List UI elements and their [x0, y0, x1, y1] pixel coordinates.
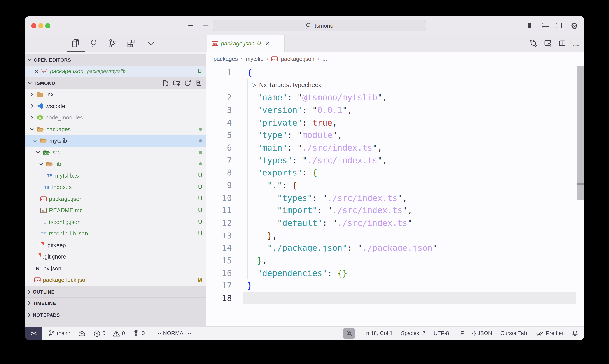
chevron-right-icon[interactable]	[29, 92, 35, 97]
tree-item-package-lock-json[interactable]: npmpackage-lock.jsonM	[25, 274, 206, 286]
more-views-chevron-icon[interactable]	[147, 41, 155, 46]
editor-group: packages›mytslib›npmpackage.json›... 1{2…	[206, 52, 584, 326]
code-editor[interactable]: 1{2 "name": "@tsmono/mytslib",3 "version…	[207, 66, 584, 326]
tree-item--gitkeep[interactable]: .gitkeep	[25, 239, 206, 251]
svg-text:js: js	[39, 117, 41, 119]
tree-item-tsconfig-lib-json[interactable]: TStsconfig.lib.jsonU	[25, 228, 206, 239]
new-file-icon[interactable]	[162, 80, 169, 87]
chevron-down-icon[interactable]	[32, 139, 38, 143]
split-editor-icon[interactable]	[558, 40, 566, 47]
status-encoding[interactable]: UTF-8	[434, 330, 449, 337]
tree-item-lib[interactable]: lib	[25, 158, 206, 170]
open-editor-entry[interactable]: × npm package.json packages/mytslib U	[25, 65, 206, 77]
traffic-light-maximize[interactable]	[45, 23, 50, 28]
open-changes-icon[interactable]	[529, 39, 537, 47]
status-formatter[interactable]: Prettier	[535, 330, 563, 337]
tree-item-src[interactable]: </>src	[25, 147, 206, 158]
section-header-outline[interactable]: OUTLINE	[25, 286, 206, 297]
open-editors-header[interactable]: OPEN EDITORS	[25, 54, 206, 65]
tree-item-package-json[interactable]: npmpackage.jsonU	[25, 193, 206, 205]
code-line-5[interactable]: "type": "module",	[247, 129, 342, 141]
tree-item-mytslib-ts[interactable]: TSmytslib.tsU	[25, 170, 206, 181]
code-line-7[interactable]: "types": "./src/index.ts",	[247, 154, 388, 166]
toggle-panel-icon[interactable]	[542, 23, 549, 28]
chevron-down-icon[interactable]	[39, 162, 44, 166]
new-folder-icon[interactable]	[173, 80, 180, 86]
section-header-timeline[interactable]: TIMELINE	[25, 297, 206, 309]
breadcrumb-item[interactable]: mytslib	[246, 56, 263, 62]
code-line-6[interactable]: "main": "./src/index.ts",	[247, 141, 382, 154]
nav-back-icon[interactable]: ←	[187, 20, 194, 29]
collapse-all-icon[interactable]	[195, 80, 202, 87]
status-zoom-control[interactable]	[343, 328, 355, 339]
tree-item-nx-json[interactable]: Nnx.json	[25, 262, 206, 274]
toggle-sidebar-icon[interactable]	[528, 23, 535, 28]
extensions-icon[interactable]	[127, 39, 135, 48]
chevron-right-icon[interactable]	[29, 116, 35, 120]
code-line-10[interactable]: "types": "./src/index.ts",	[247, 191, 407, 204]
code-line-1[interactable]: {	[247, 66, 252, 78]
tree-item-tsconfig-json[interactable]: TStsconfig.jsonU	[25, 216, 206, 228]
codelens-nx-targets[interactable]: ▷Nx Targets: typecheck	[252, 78, 321, 91]
status-git-branch[interactable]: main*	[48, 330, 71, 337]
source-control-icon[interactable]	[108, 39, 116, 48]
status-feedback[interactable]: 0	[132, 330, 145, 337]
traffic-light-minimize[interactable]	[38, 23, 43, 28]
tree-item-packages[interactable]: packages	[25, 123, 206, 135]
tab-package-json[interactable]: npm package.json U ×	[207, 35, 285, 52]
chevron-down-icon[interactable]	[35, 151, 41, 154]
status-sync[interactable]	[78, 330, 86, 337]
tree-item-mytslib[interactable]: mytslib	[25, 135, 206, 147]
tab-close-icon[interactable]: ×	[265, 39, 269, 47]
section-header-notepads[interactable]: NOTEPADS	[25, 309, 206, 321]
status-indentation[interactable]: Spaces: 2	[401, 330, 425, 337]
refresh-icon[interactable]	[184, 80, 191, 87]
code-line-4[interactable]: "private": true,	[247, 116, 337, 129]
gear-icon[interactable]	[570, 21, 579, 30]
tree-item--gitignore[interactable]: .gitignore	[25, 251, 206, 262]
code-line-17[interactable]: }	[247, 279, 252, 292]
traffic-light-close[interactable]	[31, 23, 36, 28]
code-line-13[interactable]: },	[247, 229, 277, 242]
status-language-mode[interactable]: {}JSON	[472, 330, 492, 337]
code-line-12[interactable]: "default": "./src/index.ts"	[247, 217, 412, 229]
explorer-icon[interactable]	[72, 39, 80, 48]
breadcrumb-item[interactable]: package.json	[281, 56, 314, 62]
code-line-11[interactable]: "import": "./src/index.ts",	[247, 204, 412, 217]
tree-item-index-ts[interactable]: TSindex.tsU	[25, 181, 206, 193]
code-line-8[interactable]: "exports": {	[247, 167, 317, 179]
code-line-3[interactable]: "version": "0.0.1",	[247, 104, 352, 116]
workspace-header[interactable]: TSMONO	[25, 77, 206, 89]
remote-indicator[interactable]: ><	[25, 326, 42, 340]
toggle-secondary-sidebar-icon[interactable]	[556, 23, 563, 28]
breadcrumb: packages›mytslib›npmpackage.json›...	[207, 52, 584, 66]
tree-item--nx[interactable]: .nx	[25, 89, 206, 100]
code-line-2[interactable]: "name": "@tsmono/mytslib",	[247, 91, 388, 104]
status-cursor-position[interactable]: Ln 18, Col 1	[363, 330, 393, 337]
scrollbar-slider[interactable]	[577, 185, 584, 200]
code-line-15[interactable]: },	[247, 254, 267, 267]
chevron-right-icon[interactable]	[29, 104, 35, 108]
search-view-icon[interactable]	[90, 39, 98, 48]
breadcrumb-item[interactable]: packages	[213, 56, 238, 62]
bell-icon[interactable]	[572, 330, 578, 337]
status-cursor-tab[interactable]: Cursor Tab	[501, 330, 527, 337]
status-eol[interactable]: LF	[457, 330, 464, 337]
status-errors[interactable]: 0	[93, 330, 105, 337]
status-warnings[interactable]: 0	[112, 330, 125, 337]
vscode-window: ← → tsmono	[25, 16, 584, 340]
breadcrumb-item[interactable]: ...	[322, 56, 327, 62]
open-preview-icon[interactable]	[544, 39, 552, 47]
tree-item-node-modules[interactable]: jsnode_modules	[25, 112, 206, 123]
code-line-9[interactable]: ".": {	[247, 179, 297, 191]
more-actions-icon[interactable]: …	[573, 39, 579, 47]
tree-item-readme-md[interactable]: M↓README.mdU	[25, 205, 206, 216]
tree-item--vscode[interactable]: .vscode	[25, 100, 206, 112]
scrollbar-slider[interactable]	[577, 66, 584, 183]
nav-forward-icon[interactable]: →	[202, 20, 209, 29]
code-line-16[interactable]: "dependencies": {}	[247, 267, 347, 279]
code-line-14[interactable]: "./package.json": "./package.json"	[247, 242, 438, 254]
close-icon[interactable]: ×	[35, 68, 38, 75]
command-center-search[interactable]: tsmono	[213, 20, 426, 31]
chevron-down-icon[interactable]	[29, 128, 35, 131]
